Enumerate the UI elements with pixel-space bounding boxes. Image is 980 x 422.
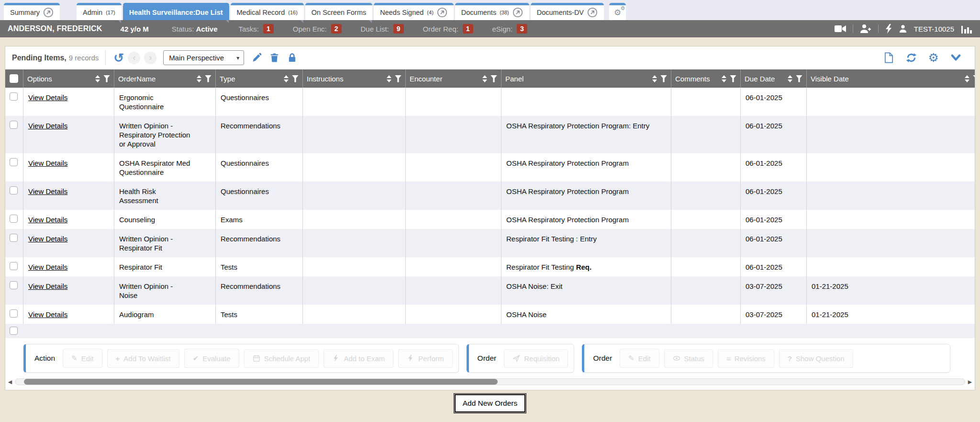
person-icon[interactable] [899, 24, 907, 33]
prev-perspective-icon[interactable]: ‹ [128, 52, 140, 64]
view-details-link[interactable]: View Details [28, 263, 67, 271]
tab-summary[interactable]: Summary [4, 3, 60, 20]
view-details-link[interactable]: View Details [28, 122, 67, 130]
popout-icon[interactable] [587, 7, 598, 18]
requisition-button[interactable]: Requisition [504, 349, 568, 368]
row-checkbox[interactable] [10, 309, 18, 318]
collapse-chevron-icon[interactable] [950, 52, 961, 63]
chart-icon[interactable] [961, 24, 972, 34]
row-checkbox[interactable] [10, 121, 18, 129]
due-list-badge[interactable]: 9 [393, 24, 404, 34]
edit-perspective-icon[interactable] [252, 53, 262, 63]
filter-icon[interactable] [490, 75, 497, 82]
row-checkbox[interactable] [10, 327, 18, 335]
sort-icon[interactable] [788, 75, 792, 82]
tab-settings[interactable]: ⚙⚙ [609, 3, 626, 20]
add-to-exam-button[interactable]: Add to Exam [323, 349, 393, 368]
lock-icon[interactable] [287, 53, 297, 63]
row-checkbox[interactable] [10, 158, 18, 166]
open-enc-badge[interactable]: 2 [331, 24, 342, 34]
evaluate-button[interactable]: ✔ Evaluate [184, 349, 239, 368]
filter-icon[interactable] [395, 75, 401, 82]
column-header-comments[interactable]: Comments [671, 69, 741, 88]
perspective-select[interactable]: Main Perspective ▾ [163, 50, 244, 65]
filter-icon[interactable] [292, 75, 299, 82]
order-req-badge[interactable]: 1 [463, 24, 473, 34]
filter-icon[interactable] [730, 75, 736, 82]
column-header-due-date[interactable]: Due Date [741, 69, 807, 88]
column-header-visible-date[interactable]: Visible Date [807, 69, 975, 88]
row-checkbox[interactable] [10, 92, 18, 101]
tab-documents[interactable]: Documents (38) [455, 3, 529, 20]
panel-cell: OSHA Respiratory Protection Program [501, 153, 671, 182]
view-details-link[interactable]: View Details [28, 93, 67, 102]
view-details-link[interactable]: View Details [28, 310, 67, 319]
sort-icon[interactable] [197, 75, 201, 82]
video-camera-icon[interactable] [835, 24, 846, 33]
tab-medical-record[interactable]: Medical Record (16) [231, 3, 304, 20]
popout-icon[interactable] [512, 7, 523, 18]
scroll-right-icon[interactable]: ▶ [967, 379, 973, 385]
tab-on-screen-forms[interactable]: On Screen Forms [305, 3, 372, 20]
sort-icon[interactable] [482, 75, 487, 82]
show-question-button[interactable]: ? Show Question [779, 349, 853, 368]
tab-health-surveillance-due-list[interactable]: Health Surveillance:Due List [123, 3, 229, 20]
user-id[interactable]: TEST-10025 [914, 25, 954, 33]
column-header-type[interactable]: Type [216, 69, 303, 88]
view-details-link[interactable]: View Details [28, 187, 67, 195]
view-details-link[interactable]: View Details [28, 159, 67, 167]
select-all-header[interactable] [5, 69, 23, 88]
add-person-icon[interactable] [860, 24, 871, 34]
filter-icon[interactable] [796, 75, 802, 82]
sort-icon[interactable] [722, 75, 726, 82]
view-details-link[interactable]: View Details [28, 282, 67, 290]
column-header-encounter[interactable]: Encounter [406, 69, 501, 88]
tab-admin[interactable]: Admin (17) [77, 3, 122, 20]
column-header-instructions[interactable]: Instructions [303, 69, 406, 88]
filter-icon[interactable] [973, 75, 975, 82]
filter-icon[interactable] [660, 75, 667, 82]
tab-documents-dv[interactable]: Documents-DV [531, 3, 604, 20]
scroll-left-icon[interactable]: ◀ [7, 379, 13, 385]
column-header-panel[interactable]: Panel [501, 69, 671, 88]
bolt-icon[interactable] [885, 24, 892, 34]
row-checkbox[interactable] [10, 262, 18, 270]
scrollbar-thumb[interactable] [24, 379, 498, 385]
select-all-checkbox[interactable] [10, 74, 18, 83]
perform-button[interactable]: Perform [398, 349, 452, 368]
esign-badge[interactable]: 3 [517, 24, 527, 34]
status-button[interactable]: Status [664, 349, 713, 368]
sort-icon[interactable] [387, 75, 391, 82]
column-header-ordername[interactable]: OrderName [114, 69, 216, 88]
sort-icon[interactable] [284, 75, 289, 82]
filter-icon[interactable] [103, 75, 110, 82]
filter-icon[interactable] [205, 75, 212, 82]
row-checkbox[interactable] [10, 215, 18, 223]
delete-perspective-icon[interactable] [269, 53, 279, 63]
sort-icon[interactable] [652, 75, 657, 82]
view-details-link[interactable]: View Details [28, 216, 67, 224]
schedule-appt-button[interactable]: Schedule Appt [244, 349, 319, 368]
sort-icon[interactable] [95, 75, 100, 82]
new-document-icon[interactable] [883, 52, 894, 63]
row-checkbox[interactable] [10, 234, 18, 242]
scrollbar-track[interactable] [15, 378, 965, 385]
column-header-options[interactable]: Options [23, 69, 114, 88]
settings-gear-icon[interactable]: ⚙ [928, 52, 939, 64]
undo-icon[interactable]: ↺ [113, 52, 124, 64]
sort-icon[interactable] [965, 75, 969, 82]
revisions-button[interactable]: ≡ Revisions [718, 349, 774, 368]
view-details-link[interactable]: View Details [28, 235, 67, 243]
popout-icon[interactable] [437, 7, 447, 18]
order-edit-button[interactable]: ✎ Edit [620, 349, 659, 368]
tab-needs-signed[interactable]: Needs Signed (4) [374, 3, 454, 20]
add-new-orders-button[interactable]: Add New Orders [455, 394, 526, 412]
refresh-icon[interactable] [906, 52, 917, 63]
popout-icon[interactable] [43, 7, 54, 18]
edit-button[interactable]: ✎ Edit [63, 349, 102, 368]
row-checkbox[interactable] [10, 281, 18, 289]
tasks-badge[interactable]: 1 [263, 24, 274, 34]
next-perspective-icon[interactable]: › [144, 52, 156, 64]
row-checkbox[interactable] [10, 186, 18, 194]
add-to-waitlist-button[interactable]: + Add To Waitlist [107, 349, 179, 368]
